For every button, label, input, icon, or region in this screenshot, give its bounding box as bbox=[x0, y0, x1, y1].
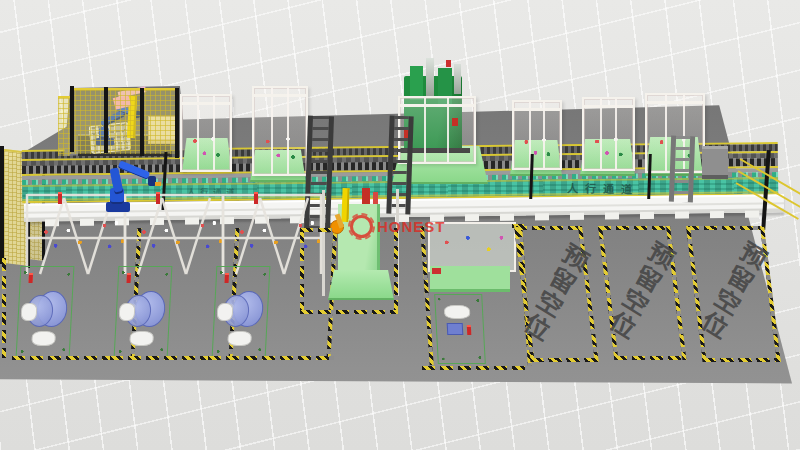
hazard-border bbox=[530, 358, 598, 362]
signal-lamp bbox=[467, 327, 471, 335]
blue-6axis-robot-2 bbox=[98, 160, 168, 216]
winding-cell-3 bbox=[206, 188, 338, 364]
fence-post bbox=[140, 88, 144, 156]
cell-bench bbox=[226, 222, 290, 256]
red-part bbox=[432, 268, 441, 274]
machine-box bbox=[31, 331, 56, 346]
signal-lamp bbox=[29, 275, 33, 283]
station-machine bbox=[518, 133, 556, 165]
station-machine bbox=[588, 132, 629, 166]
red-part bbox=[362, 188, 370, 204]
center-assembly-station bbox=[322, 186, 402, 316]
press-red-cap bbox=[446, 60, 451, 67]
cage-roof bbox=[647, 101, 703, 104]
l-shaped-test-cell bbox=[420, 222, 528, 374]
cage-roof bbox=[584, 105, 633, 108]
caged-station-3 bbox=[512, 100, 562, 170]
reserved-slot-label: 预留空位 bbox=[690, 234, 774, 347]
hazard-border bbox=[300, 228, 332, 232]
cell-fence-return bbox=[58, 96, 70, 156]
signal-lamp bbox=[127, 275, 131, 283]
signal-lamp bbox=[225, 275, 229, 283]
blue-part bbox=[447, 323, 464, 335]
hazard-border bbox=[598, 226, 670, 230]
gear-ring-icon bbox=[350, 215, 373, 238]
robot-forearm bbox=[118, 160, 151, 179]
signal-lamp bbox=[58, 194, 62, 204]
machine-cylinder bbox=[444, 305, 471, 319]
station-machine bbox=[186, 131, 226, 167]
signal-lamp bbox=[254, 194, 258, 204]
hazard-border bbox=[614, 356, 686, 360]
cage-roof bbox=[514, 108, 560, 111]
press-cylinder bbox=[454, 64, 461, 94]
side-equipment-box bbox=[702, 146, 728, 179]
hazard-border bbox=[686, 226, 764, 230]
yellow-arm bbox=[341, 188, 349, 222]
frame-post bbox=[322, 190, 325, 296]
station-pad bbox=[328, 270, 394, 300]
test-cell-slab bbox=[430, 266, 510, 292]
station-machine bbox=[258, 130, 302, 171]
spool-shaft bbox=[21, 303, 38, 321]
hazard-border bbox=[300, 310, 398, 314]
press-red-part bbox=[452, 118, 458, 126]
hazard-border bbox=[208, 356, 334, 360]
press-tower bbox=[410, 66, 423, 100]
press-cylinder bbox=[426, 58, 434, 96]
cell-pad bbox=[16, 266, 75, 358]
fence-post bbox=[104, 87, 108, 153]
cage-roof bbox=[254, 94, 306, 97]
spool-shaft bbox=[119, 303, 136, 321]
cell-pad bbox=[212, 266, 271, 358]
caged-station-1 bbox=[180, 94, 232, 172]
cage-roof bbox=[400, 104, 474, 107]
hazard-border bbox=[300, 230, 304, 312]
cell-pad bbox=[114, 266, 173, 358]
fence-post bbox=[70, 86, 74, 152]
cage-roof bbox=[182, 102, 230, 105]
machine-box bbox=[129, 331, 154, 346]
reserved-slot-label: 预留空位 bbox=[598, 234, 682, 347]
cell-bench bbox=[128, 222, 192, 256]
machine-box bbox=[227, 331, 252, 346]
watermark-brand: HONEST bbox=[377, 218, 446, 235]
test-cell-pad bbox=[434, 294, 486, 364]
walkway-label: 人行通道 bbox=[567, 179, 639, 196]
fence-post bbox=[175, 88, 179, 158]
caged-station-2 bbox=[252, 86, 308, 176]
spool-shaft bbox=[217, 303, 234, 321]
hazard-border bbox=[2, 258, 6, 358]
cell-fence-mesh bbox=[70, 88, 178, 154]
red-part bbox=[373, 192, 378, 204]
cell-bench bbox=[30, 222, 94, 256]
fence-post bbox=[0, 146, 4, 264]
viewport-3d[interactable]: 人行通道 人行通道 bbox=[0, 0, 800, 450]
hazard-border bbox=[514, 226, 582, 230]
robot-gripper bbox=[155, 182, 161, 186]
lift-tower-3 bbox=[669, 136, 695, 203]
hazard-border bbox=[702, 358, 780, 362]
caged-station-4 bbox=[582, 97, 635, 171]
hazard-border bbox=[422, 366, 526, 370]
watermark: HONEST bbox=[350, 215, 446, 238]
hazard-border bbox=[394, 228, 398, 312]
cell-bench bbox=[292, 210, 326, 262]
reserved-slot-3: 预留空位 bbox=[686, 226, 781, 362]
